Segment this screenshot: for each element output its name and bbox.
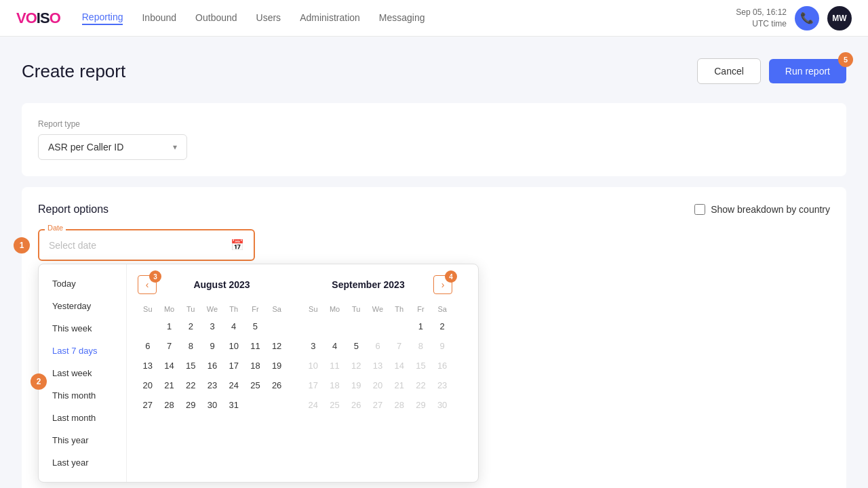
sep-day-9: 9 (432, 337, 452, 355)
sep-day-13: 13 (368, 357, 388, 375)
aug-day-19[interactable]: 19 (267, 357, 287, 375)
aug-day-20[interactable]: 20 (138, 376, 158, 394)
aug-day-6[interactable]: 6 (138, 337, 158, 355)
aug-day-5[interactable]: 5 (245, 317, 266, 336)
aug-day-16[interactable]: 16 (202, 357, 222, 375)
sep-day-19: 19 (346, 376, 366, 394)
preset-last-week[interactable]: Last week (39, 362, 126, 384)
aug-day-9[interactable]: 9 (202, 337, 222, 355)
sep-day-10: 10 (303, 357, 323, 375)
datepicker-dropdown: 2 Today Yesterday This week Last 7 days … (38, 264, 479, 483)
aug-day-28[interactable]: 28 (159, 396, 180, 414)
page-title: Create report (22, 61, 125, 82)
nav-links: Reporting Inbound Outbound Users Adminis… (82, 12, 736, 25)
sep-day-17: 17 (303, 376, 323, 394)
preset-yesterday[interactable]: Yesterday (39, 295, 126, 317)
aug-calendar-title: August 2023 (157, 279, 287, 290)
next-month-button[interactable]: › 4 (433, 275, 452, 294)
nav-users[interactable]: Users (256, 12, 281, 24)
aug-day-30[interactable]: 30 (202, 396, 222, 414)
report-options-card: Report options Show breakdown by country… (22, 187, 846, 488)
date-field-wrapper: Date Select date 📅 (38, 229, 255, 261)
aug-day-24[interactable]: 24 (224, 376, 244, 394)
sep-day-4[interactable]: 4 (325, 337, 345, 355)
preset-last-7-days[interactable]: Last 7 days (39, 340, 126, 362)
sep-day-30: 30 (432, 396, 452, 414)
aug-day-11[interactable]: 11 (245, 337, 266, 355)
step-badge-4: 4 (445, 270, 457, 283)
cal-august-header: ‹ 3 August 2023 (138, 275, 287, 294)
aug-day-1[interactable]: 1 (159, 317, 180, 336)
nav-outbound[interactable]: Outbound (195, 12, 237, 24)
aug-day-25[interactable]: 25 (245, 376, 266, 394)
preset-last-month[interactable]: Last month (39, 407, 126, 429)
run-report-button[interactable]: Run report 5 (769, 59, 846, 83)
preset-this-month[interactable]: This month (39, 384, 126, 407)
aug-day-17[interactable]: 17 (224, 357, 244, 375)
preset-this-year[interactable]: This year (39, 429, 126, 451)
navigation: VOISO Reporting Inbound Outbound Users A… (0, 0, 868, 37)
aug-day-23[interactable]: 23 (202, 376, 222, 394)
step-badge-3: 3 (149, 270, 161, 283)
report-type-card: Report type ASR per Caller ID ▾ (22, 103, 846, 176)
aug-day-15[interactable]: 15 (180, 357, 201, 375)
date-presets: 2 Today Yesterday This week Last 7 days … (39, 264, 127, 482)
aug-day-3[interactable]: 3 (202, 317, 222, 336)
logo: VOISO (16, 9, 60, 27)
sep-day-25: 25 (325, 396, 345, 414)
aug-day-7[interactable]: 7 (159, 337, 180, 355)
aug-day-4[interactable]: 4 (224, 317, 244, 336)
aug-day-8[interactable]: 8 (180, 337, 201, 355)
show-breakdown-label: Show breakdown by country (711, 204, 830, 215)
aug-day-31[interactable]: 31 (224, 396, 244, 414)
sep-day-5[interactable]: 5 (346, 337, 366, 355)
aug-day-27[interactable]: 27 (138, 396, 158, 414)
sep-day-16: 16 (432, 357, 452, 375)
nav-reporting[interactable]: Reporting (82, 12, 123, 25)
sep-day-1[interactable]: 1 (411, 317, 431, 336)
sep-calendar-title: September 2023 (303, 279, 433, 290)
calendars-container: ‹ 3 August 2023 Su Mo Tu We Th Fr (127, 264, 463, 482)
sep-day-12: 12 (346, 357, 366, 375)
user-avatar[interactable]: MW (827, 6, 852, 30)
sep-day-15: 15 (411, 357, 431, 375)
report-type-label: Report type (38, 119, 830, 129)
sep-day-18: 18 (325, 376, 345, 394)
date-input[interactable]: Select date 📅 (38, 229, 255, 261)
header-actions: Cancel Run report 5 (697, 58, 846, 84)
aug-day-10[interactable]: 10 (224, 337, 244, 355)
preset-this-week[interactable]: This week (39, 317, 126, 340)
aug-day-18[interactable]: 18 (245, 357, 266, 375)
aug-day-13[interactable]: 13 (138, 357, 158, 375)
aug-day-22[interactable]: 22 (180, 376, 201, 394)
sep-day-14: 14 (389, 357, 410, 375)
preset-last-year[interactable]: Last year (39, 451, 126, 474)
date-placeholder: Select date (49, 240, 96, 251)
preset-today[interactable]: Today (39, 272, 126, 295)
show-breakdown-checkbox[interactable] (694, 204, 705, 215)
sep-day-2[interactable]: 2 (432, 317, 452, 336)
cancel-button[interactable]: Cancel (697, 58, 761, 84)
report-options-title: Report options (38, 203, 108, 216)
phone-button[interactable]: 📞 (795, 6, 819, 30)
nav-messaging[interactable]: Messaging (379, 12, 425, 24)
report-options-header: Report options Show breakdown by country (38, 203, 830, 216)
step-badge-1: 1 (14, 237, 30, 253)
nav-inbound[interactable]: Inbound (142, 12, 176, 24)
aug-day-21[interactable]: 21 (159, 376, 180, 394)
nav-administration[interactable]: Administration (300, 12, 360, 24)
sep-day-8: 8 (411, 337, 431, 355)
aug-day-26[interactable]: 26 (267, 376, 287, 394)
prev-month-button[interactable]: ‹ 3 (138, 275, 157, 294)
sep-day-24: 24 (303, 396, 323, 414)
sep-day-27: 27 (368, 396, 388, 414)
sep-day-11: 11 (325, 357, 345, 375)
run-badge: 5 (838, 52, 853, 67)
page-header: Create report Cancel Run report 5 (22, 58, 846, 84)
sep-day-3[interactable]: 3 (303, 337, 323, 355)
aug-day-2[interactable]: 2 (180, 317, 201, 336)
aug-day-12[interactable]: 12 (267, 337, 287, 355)
report-type-select[interactable]: ASR per Caller ID ▾ (38, 134, 187, 160)
aug-day-14[interactable]: 14 (159, 357, 180, 375)
aug-day-29[interactable]: 29 (180, 396, 201, 414)
